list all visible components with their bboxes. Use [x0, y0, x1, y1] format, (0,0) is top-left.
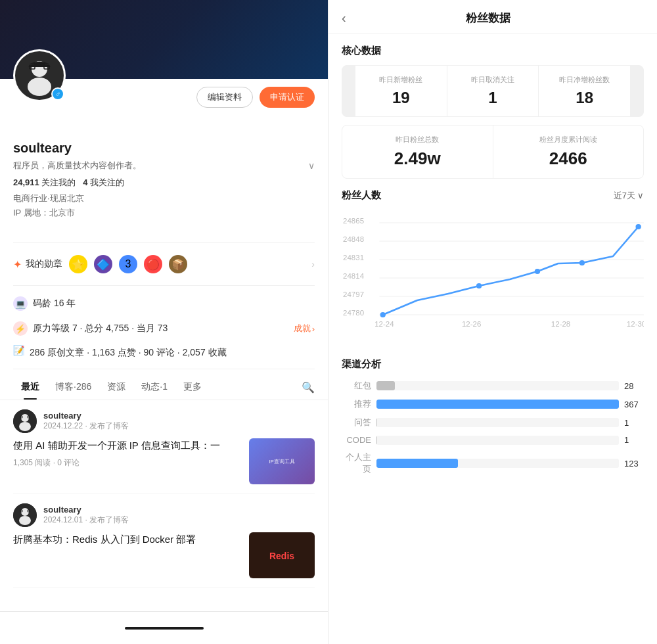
total-fans-cell: 昨日粉丝总数 2.49w: [342, 126, 493, 178]
gender-badge: ♂: [51, 87, 64, 101]
channel-bar-recommend-wrap: [376, 400, 619, 409]
divider-1: [13, 242, 315, 243]
home-indicator: [125, 627, 204, 630]
post-stats-1: 1,305 阅读 · 0 评论: [13, 457, 242, 469]
post-content-1: 使用 AI 辅助开发一个开源 IP 信息查询工具：一 1,305 阅读 · 0 …: [13, 438, 315, 484]
channel-count-qa: 1: [624, 418, 644, 428]
channel-bar-profile: [376, 459, 458, 468]
svg-text:24848: 24848: [343, 235, 364, 243]
coding-icon: 💻: [13, 296, 28, 311]
channel-label-qa: 问答: [342, 417, 371, 428]
monthly-reads-label: 粉丝月度累计阅读: [504, 135, 633, 145]
fan-count-header: 粉丝人数 近7天 ∨: [328, 179, 657, 207]
net-fans-label: 昨日净增粉丝数: [547, 75, 622, 85]
svg-point-32: [535, 269, 540, 274]
post-text-2: 折腾基本功：Redis 从入门到 Docker 部署: [13, 532, 242, 551]
post-author-2: soulteary 2024.12.01 · 发布了博客: [13, 503, 315, 527]
channel-label-recommend: 推荐: [342, 398, 371, 410]
core-section-title: 核心数据: [328, 34, 657, 65]
profile-section: ♂ 编辑资料 申请认证 soulteary 程序员，高质量技术内容创作者。 ∨ …: [0, 79, 328, 237]
tab-activity[interactable]: 动态·1: [133, 375, 175, 400]
username: soulteary: [13, 141, 315, 156]
svg-point-30: [380, 312, 386, 317]
svg-text:12-24: 12-24: [374, 320, 394, 328]
post-title-1[interactable]: 使用 AI 辅助开发一个开源 IP 信息查询工具：一: [13, 438, 242, 453]
channel-bar-profile-wrap: [376, 459, 619, 468]
location-info: 电商行业·现居北京: [13, 193, 315, 204]
achievement-link[interactable]: 成就 ›: [294, 323, 315, 334]
badge-1: ⭐: [69, 255, 87, 273]
right-panel: ‹ 粉丝数据 核心数据 昨日新增粉丝 19 昨日取消关注 1 昨日净增粉丝数 1…: [328, 0, 657, 644]
post-item-2: soulteary 2024.12.01 · 发布了博客 折腾基本功：Redis…: [13, 494, 315, 588]
fan-count-title: 粉丝人数: [342, 189, 381, 202]
channel-row-profile: 个人主页 123: [342, 451, 644, 475]
svg-point-14: [19, 516, 31, 525]
core-cell-new-fans: 昨日新增粉丝 19: [355, 66, 447, 116]
channel-bar-recommend: [376, 400, 619, 409]
total-fans-value: 2.49w: [353, 149, 482, 169]
channel-section: 渠道分析 红包 28 推荐 367 问答 1 CODE: [328, 352, 657, 488]
search-icon[interactable]: 🔍: [302, 381, 315, 394]
left-panel: ♂ 编辑资料 申请认证 soulteary 程序员，高质量技术内容创作者。 ∨ …: [0, 0, 328, 644]
badge-2: 🔷: [94, 255, 112, 273]
new-fans-value: 19: [363, 89, 439, 107]
channel-bar-qa-wrap: [376, 418, 619, 427]
tab-recent[interactable]: 最近: [13, 375, 47, 400]
channel-bar-code-wrap: [376, 436, 619, 445]
post-thumbnail-1: IP查询工具: [249, 438, 315, 484]
unfollowed-label: 昨日取消关注: [455, 75, 531, 85]
tab-resources[interactable]: 资源: [99, 375, 133, 400]
channel-count-hongbao: 28: [624, 381, 644, 391]
follow-count: 24,911: [13, 177, 39, 187]
svg-text:24797: 24797: [343, 290, 364, 298]
post-list: soulteary 2024.12.22 · 发布了博客 使用 AI 辅助开发一…: [0, 400, 328, 588]
badges-arrow-icon[interactable]: ›: [311, 259, 315, 269]
post-item-1: soulteary 2024.12.22 · 发布了博客 使用 AI 辅助开发一…: [13, 400, 315, 494]
channel-count-code: 1: [624, 435, 644, 445]
core-data-grid: 昨日新增粉丝 19 昨日取消关注 1 昨日净增粉丝数 18: [342, 65, 644, 117]
new-fans-label: 昨日新增粉丝: [363, 75, 439, 85]
tab-more[interactable]: 更多: [175, 375, 210, 400]
edit-profile-button[interactable]: 编辑资料: [196, 87, 253, 108]
post-content-2: 折腾基本功：Redis 从入门到 Docker 部署 Redis: [13, 532, 315, 578]
post-text-1: 使用 AI 辅助开发一个开源 IP 信息查询工具：一 1,305 阅读 · 0 …: [13, 438, 242, 469]
channel-row-code: CODE 1: [342, 435, 644, 445]
svg-point-34: [635, 224, 641, 229]
channel-bar-hongbao: [376, 381, 395, 390]
post-title-2[interactable]: 折腾基本功：Redis 从入门到 Docker 部署: [13, 532, 242, 547]
net-fans-value: 18: [547, 89, 622, 107]
badge-4: 🔴: [144, 255, 162, 273]
tab-blog[interactable]: 博客·286: [47, 375, 99, 400]
badges-section: ✦ 我的勋章 ⭐ 🔷 3 🔴 📦 ›: [0, 248, 328, 280]
back-button[interactable]: ‹: [342, 11, 346, 26]
verify-button[interactable]: 申请认证: [260, 87, 315, 108]
svg-point-9: [19, 422, 31, 431]
unfollowed-value: 1: [455, 89, 531, 107]
page-title: 粉丝数据: [357, 11, 620, 26]
chart-filter[interactable]: 近7天 ∨: [614, 190, 644, 202]
core-cell-unfollowed: 昨日取消关注 1: [447, 66, 539, 116]
filter-chevron-icon: ∨: [637, 191, 644, 200]
channel-count-profile: 123: [624, 459, 644, 469]
monthly-reads-cell: 粉丝月度累计阅读 2466: [493, 126, 644, 178]
post-date-1: 2024.12.22 · 发布了博客: [43, 421, 315, 432]
post-meta-1: soulteary 2024.12.22 · 发布了博客: [43, 411, 315, 432]
svg-text:24831: 24831: [343, 254, 364, 262]
coding-age-row: 💻 码龄 16 年: [0, 291, 328, 316]
following-label: 我关注的: [90, 177, 124, 187]
bio-chevron-icon[interactable]: ∨: [308, 160, 315, 171]
post-date-2: 2024.12.01 · 发布了博客: [43, 515, 315, 526]
svg-text:24814: 24814: [343, 272, 364, 280]
power-row: ⚡ 原力等级 7 · 总分 4,755 · 当月 73 成就 ›: [0, 316, 328, 341]
channel-bar-qa: [376, 418, 377, 427]
divider-2: [13, 285, 315, 286]
badge-5: 📦: [169, 255, 187, 273]
bio-text: 程序员，高质量技术内容创作者。: [13, 160, 304, 172]
post-meta-2: soulteary 2024.12.01 · 发布了博客: [43, 505, 315, 526]
avatar-wrapper: ♂: [13, 49, 66, 102]
channel-bar-code: [376, 436, 377, 445]
post-avatar-2: [13, 503, 37, 527]
core-data-grid-2: 昨日粉丝总数 2.49w 粉丝月度累计阅读 2466: [342, 125, 644, 179]
core-cell-net-fans: 昨日净增粉丝数 18: [539, 66, 630, 116]
svg-text:Redis: Redis: [269, 551, 294, 561]
